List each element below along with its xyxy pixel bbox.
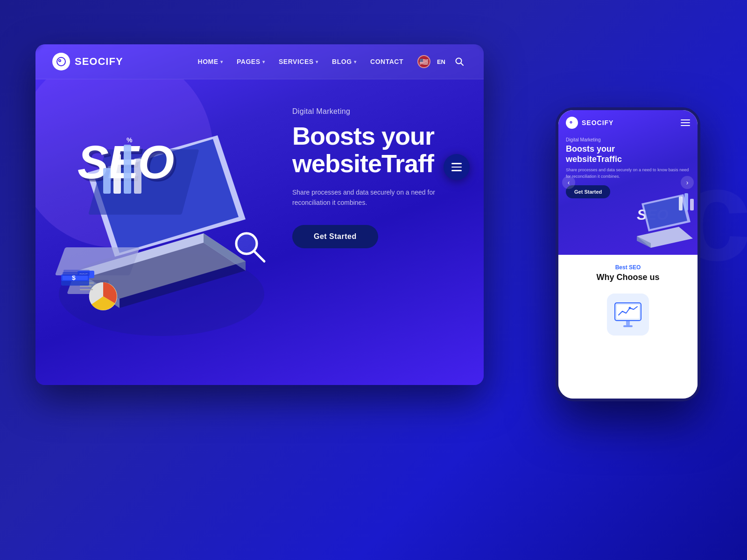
svg-rect-32 <box>679 196 683 210</box>
desktop-nav: HOME ▾ PAGES ▾ SERVICES ▾ BLOG ▾ CONTACT <box>198 58 403 65</box>
mobile-hero-title: Boosts your websiteTraffic <box>566 144 690 164</box>
svg-rect-12 <box>134 159 141 194</box>
chart-bars-decoration: % <box>101 135 143 196</box>
svg-point-30 <box>571 122 571 123</box>
language-label[interactable]: EN <box>437 58 445 65</box>
hero-title-line2: websiteTraff <box>292 149 434 177</box>
magnifier-decoration <box>232 229 269 266</box>
svg-point-2 <box>59 60 60 61</box>
nav-right-area: 🇺🇸 EN <box>417 54 467 69</box>
mobile-badge: Best SEO <box>615 264 641 271</box>
mobile-navbar: SEOCIFY <box>558 110 698 133</box>
mobile-hero-section: SEOCIFY Digital Marketing Boosts your we… <box>558 110 698 255</box>
svg-rect-34 <box>690 199 694 210</box>
mobile-logo-text: SEOCIFY <box>582 119 613 126</box>
hero-description: Share processes and data securely on a n… <box>292 187 470 208</box>
mobile-mockup: SEOCIFY Digital Marketing Boosts your we… <box>556 107 700 401</box>
hero-subtitle: Digital Marketing <box>292 107 470 116</box>
desktop-logo-icon <box>52 53 70 70</box>
svg-line-4 <box>461 63 463 65</box>
svg-rect-33 <box>684 193 688 210</box>
svg-rect-36 <box>617 305 639 319</box>
svg-rect-39 <box>623 325 633 327</box>
mobile-laptop-mini: SEO <box>627 189 698 255</box>
carousel-right-arrow[interactable]: › <box>681 176 694 189</box>
desktop-logo-area: SEOCIFY <box>52 53 123 70</box>
hero-title: Boosts your websiteTraff <box>292 122 470 178</box>
mobile-section-title: Why Choose us <box>596 273 659 282</box>
mobile-hero-desc: Share processes and data securely on a n… <box>566 167 690 180</box>
mobile-logo-icon <box>566 117 578 129</box>
flag-icon: 🇺🇸 <box>417 55 430 68</box>
hero-text-area: Digital Marketing Boosts your websiteTra… <box>292 107 470 248</box>
monitor-chart-icon <box>613 301 643 328</box>
mobile-subtitle: Digital Marketing <box>566 137 690 142</box>
nav-blog[interactable]: BLOG ▾ <box>332 58 356 65</box>
nav-contact[interactable]: CONTACT <box>370 58 403 65</box>
mobile-white-section: Best SEO Why Choose us <box>558 255 698 401</box>
hero-title-line1: Boosts your <box>292 122 434 150</box>
laptop-illustration: SEO <box>49 98 292 369</box>
svg-rect-10 <box>113 154 121 194</box>
svg-point-0 <box>57 57 65 66</box>
desktop-navbar: SEOCIFY HOME ▾ PAGES ▾ SERVICES ▾ BLOG ▾… <box>35 44 484 79</box>
nav-services-chevron: ▾ <box>316 59 318 64</box>
svg-line-15 <box>254 251 264 261</box>
nav-pages-chevron: ▾ <box>262 59 265 64</box>
svg-rect-11 <box>124 145 131 194</box>
hamburger-icon <box>451 163 462 171</box>
svg-text:%: % <box>127 136 133 144</box>
money-stack-decoration: $ <box>59 257 96 294</box>
nav-home-chevron: ▾ <box>220 59 223 64</box>
get-started-button[interactable]: Get Started <box>292 225 378 248</box>
mobile-menu-button[interactable] <box>681 119 690 126</box>
floating-menu-button[interactable] <box>444 154 470 180</box>
desktop-mockup: SEOCIFY HOME ▾ PAGES ▾ SERVICES ▾ BLOG ▾… <box>35 44 484 385</box>
nav-home[interactable]: HOME ▾ <box>198 58 223 65</box>
svg-rect-9 <box>103 168 111 194</box>
nav-blog-chevron: ▾ <box>354 59 357 64</box>
desktop-hero: SEO <box>35 79 484 385</box>
svg-point-37 <box>629 307 631 309</box>
carousel-left-arrow[interactable]: ‹ <box>562 176 575 189</box>
svg-rect-38 <box>626 321 630 325</box>
search-button[interactable] <box>452 54 467 69</box>
desktop-logo-text: SEOCIFY <box>75 56 123 68</box>
monitor-icon-wrapper <box>607 294 649 336</box>
svg-rect-27 <box>63 270 90 273</box>
nav-services[interactable]: SERVICES ▾ <box>279 58 318 65</box>
nav-pages[interactable]: PAGES ▾ <box>237 58 265 65</box>
